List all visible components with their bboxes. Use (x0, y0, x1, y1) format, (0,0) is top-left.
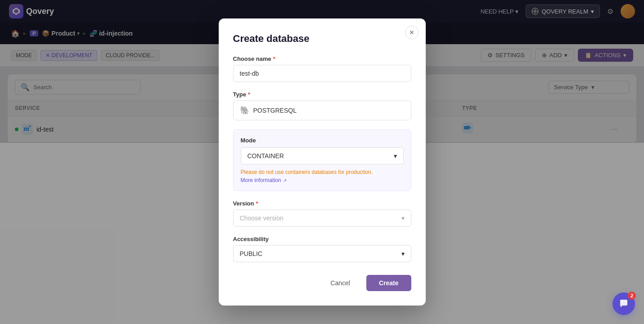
version-field-group: Version * Choose version ▾ (233, 200, 411, 227)
mode-section: Mode CONTAINER ▾ Please do not use conta… (233, 129, 411, 191)
type-selector[interactable]: 🐘 POSTGRESQL (233, 100, 411, 120)
create-button[interactable]: Create (366, 275, 411, 291)
accessibility-dropdown[interactable]: PUBLIC ▾ (233, 245, 411, 262)
more-info-link[interactable]: More information ↗ (241, 177, 404, 183)
type-field-group: Type * 🐘 POSTGRESQL (233, 91, 411, 120)
mode-warning-text: Please do not use containers databases f… (241, 169, 404, 175)
version-dropdown[interactable]: Choose version ▾ (233, 210, 411, 227)
chat-icon (619, 299, 629, 309)
version-dropdown-chevron-icon: ▾ (401, 214, 405, 222)
chat-bubble-button[interactable]: 2 (612, 292, 635, 315)
name-field-label: Choose name * (233, 55, 411, 62)
modal-title: Create database (233, 33, 411, 45)
cancel-button[interactable]: Cancel (320, 275, 361, 291)
mode-label: Mode (241, 137, 404, 144)
chat-badge-count: 2 (628, 292, 636, 300)
name-field-group: Choose name * (233, 55, 411, 91)
type-required-star: * (248, 91, 250, 98)
accessibility-field-group: Accessibility PUBLIC ▾ (233, 236, 411, 262)
accessibility-field-label: Accessibility (233, 236, 411, 242)
name-required-star: * (273, 55, 275, 62)
version-required-star: * (256, 200, 258, 207)
modal-close-button[interactable]: ✕ (405, 26, 419, 39)
create-database-modal: ✕ Create database Choose name * Type * 🐘… (219, 18, 426, 306)
name-input[interactable] (233, 65, 411, 82)
external-link-icon: ↗ (283, 178, 287, 183)
type-field-label: Type * (233, 91, 411, 98)
version-field-label: Version * (233, 200, 411, 207)
accessibility-dropdown-chevron-icon: ▾ (401, 250, 405, 257)
modal-actions: Cancel Create (233, 275, 411, 291)
mode-dropdown-chevron-icon: ▾ (394, 152, 397, 160)
modal-overlay: ✕ Create database Choose name * Type * 🐘… (0, 0, 644, 324)
mode-select-dropdown[interactable]: CONTAINER ▾ (241, 147, 404, 164)
postgresql-icon: 🐘 (240, 105, 250, 115)
